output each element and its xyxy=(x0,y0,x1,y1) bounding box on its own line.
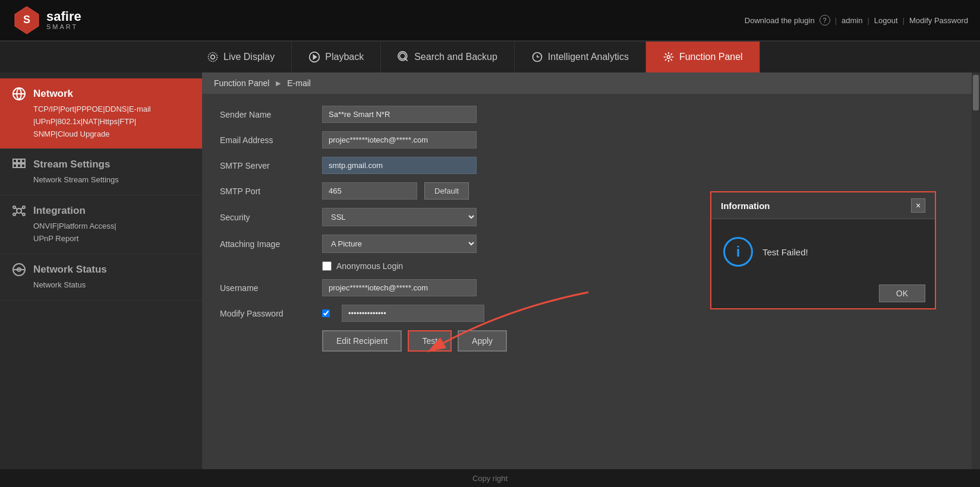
modify-password-label: Modify Password xyxy=(220,309,315,318)
svg-point-10 xyxy=(667,56,670,59)
tab-intelligent-analytics[interactable]: Intelligent Analytics xyxy=(515,42,646,72)
sidebar-section-network-title: Network xyxy=(33,88,73,100)
breadcrumb-current: E-mail xyxy=(287,78,311,88)
sidebar-section-stream-links: Network Stream Settings xyxy=(12,174,190,186)
logo-subtitle: SMART xyxy=(46,23,81,30)
play-icon xyxy=(308,51,320,63)
network-icon xyxy=(12,87,26,101)
help-icon: ? xyxy=(820,15,830,26)
stream-icon xyxy=(12,157,26,172)
email-address-input[interactable] xyxy=(322,131,477,148)
search-icon xyxy=(398,51,409,63)
svg-point-3 xyxy=(209,53,218,62)
svg-line-27 xyxy=(20,212,23,214)
camera-icon xyxy=(207,51,219,63)
form-buttons: Edit Recipient Test Apply xyxy=(220,330,954,352)
sidebar-section-network-status[interactable]: Network Status Network Status xyxy=(0,254,202,301)
smtp-server-input[interactable] xyxy=(322,157,477,174)
modify-password-link[interactable]: Modify Password xyxy=(909,16,968,25)
network-status-icon xyxy=(12,263,26,277)
dialog-close-button[interactable]: × xyxy=(911,198,925,213)
information-dialog: Information × i Test Failed! OK xyxy=(710,191,936,309)
header: S safire SMART Download the plugin ? | a… xyxy=(0,0,980,42)
svg-point-20 xyxy=(13,206,15,208)
tab-live-display[interactable]: Live Display xyxy=(190,42,292,72)
attaching-image-select[interactable]: A Picture Three Pictures None xyxy=(322,235,477,253)
smtp-port-input[interactable] xyxy=(322,182,417,200)
breadcrumb: Function Panel ► E-mail xyxy=(202,72,972,94)
dialog-body: i Test Failed! xyxy=(711,219,935,279)
dialog-title: Information xyxy=(721,201,770,211)
breadcrumb-parent[interactable]: Function Panel xyxy=(214,78,269,88)
svg-rect-18 xyxy=(21,164,25,167)
edit-recipient-button[interactable]: Edit Recipient xyxy=(322,330,402,352)
main-layout: Network TCP/IP|Port|PPPOE|DDNS|E-mail |U… xyxy=(0,72,980,469)
logo-title: safire xyxy=(46,10,81,23)
sidebar-section-integration-links: ONVIF|Platform Access| UPnP Report xyxy=(12,220,190,245)
svg-point-2 xyxy=(211,55,215,59)
svg-rect-16 xyxy=(13,164,17,167)
sidebar-section-stream-title: Stream Settings xyxy=(33,159,110,170)
svg-line-24 xyxy=(15,208,18,210)
download-plugin-link[interactable]: Download the plugin xyxy=(745,16,815,25)
anonymous-login-label: Anonymous Login xyxy=(336,261,403,271)
analytics-icon xyxy=(531,51,543,63)
security-select[interactable]: SSL TLS None xyxy=(322,208,477,226)
apply-button[interactable]: Apply xyxy=(458,330,507,352)
username-label: Username xyxy=(220,283,315,293)
logo: S safire SMART xyxy=(12,5,81,35)
breadcrumb-arrow: ► xyxy=(274,78,282,88)
svg-rect-15 xyxy=(21,159,25,163)
sidebar-section-integration-title: Integration xyxy=(33,205,86,217)
gear-icon xyxy=(663,51,675,63)
svg-point-22 xyxy=(13,213,15,216)
tab-playback[interactable]: Playback xyxy=(292,42,381,72)
smtp-port-default-button[interactable]: Default xyxy=(424,182,469,200)
svg-line-26 xyxy=(15,212,18,214)
content-wrapper: Function Panel ► E-mail Sender Name Emai… xyxy=(202,72,980,469)
sidebar-section-integration[interactable]: Integration ONVIF|Platform Access| UPnP … xyxy=(0,195,202,254)
sidebar-section-network[interactable]: Network TCP/IP|Port|PPPOE|DDNS|E-mail |U… xyxy=(0,78,202,149)
smtp-server-row: SMTP Server xyxy=(220,157,954,174)
smtp-server-label: SMTP Server xyxy=(220,161,315,170)
username-input[interactable] xyxy=(322,279,477,296)
sep2: | xyxy=(867,16,869,25)
dialog-header: Information × xyxy=(711,192,935,219)
header-actions: Download the plugin ? | admin | Logout |… xyxy=(745,15,968,26)
smtp-port-label: SMTP Port xyxy=(220,186,315,196)
integration-icon xyxy=(12,204,26,218)
sender-name-input[interactable] xyxy=(322,106,477,123)
logout-link[interactable]: Logout xyxy=(874,16,898,25)
tab-function-panel[interactable]: Function Panel xyxy=(646,42,760,72)
copyright-text: Copy right xyxy=(472,474,508,483)
svg-rect-14 xyxy=(17,159,21,163)
test-button[interactable]: Test xyxy=(408,330,452,352)
sidebar-section-network-links: TCP/IP|Port|PPPOE|DDNS|E-mail |UPnP|802.… xyxy=(12,103,190,140)
scrollbar[interactable] xyxy=(972,72,980,469)
footer: Copy right xyxy=(0,469,980,487)
sidebar: Network TCP/IP|Port|PPPOE|DDNS|E-mail |U… xyxy=(0,72,202,469)
sender-name-row: Sender Name xyxy=(220,106,954,123)
anonymous-login-checkbox[interactable] xyxy=(322,261,332,271)
sep3: | xyxy=(903,16,905,25)
sender-name-label: Sender Name xyxy=(220,110,315,119)
svg-rect-17 xyxy=(17,164,21,167)
info-circle-icon: i xyxy=(723,237,753,267)
logo-icon: S xyxy=(12,5,42,35)
sep1: | xyxy=(835,16,837,25)
admin-label: admin xyxy=(842,16,862,25)
dialog-message: Test Failed! xyxy=(762,247,808,257)
password-input[interactable] xyxy=(342,305,484,322)
tab-search-backup[interactable]: Search and Backup xyxy=(381,42,515,72)
sidebar-section-stream[interactable]: Stream Settings Network Stream Settings xyxy=(0,149,202,195)
svg-rect-13 xyxy=(13,159,17,163)
content-area: Function Panel ► E-mail Sender Name Emai… xyxy=(202,72,972,469)
sidebar-section-network-status-links: Network Status xyxy=(12,279,190,292)
svg-marker-5 xyxy=(314,55,317,59)
attaching-image-label: Attaching Image xyxy=(220,239,315,249)
modify-password-checkbox[interactable] xyxy=(322,309,330,317)
dialog-ok-button[interactable]: OK xyxy=(879,284,925,302)
email-address-label: Email Address xyxy=(220,135,315,145)
sidebar-section-network-status-title: Network Status xyxy=(33,264,107,276)
dialog-footer: OK xyxy=(711,279,935,308)
